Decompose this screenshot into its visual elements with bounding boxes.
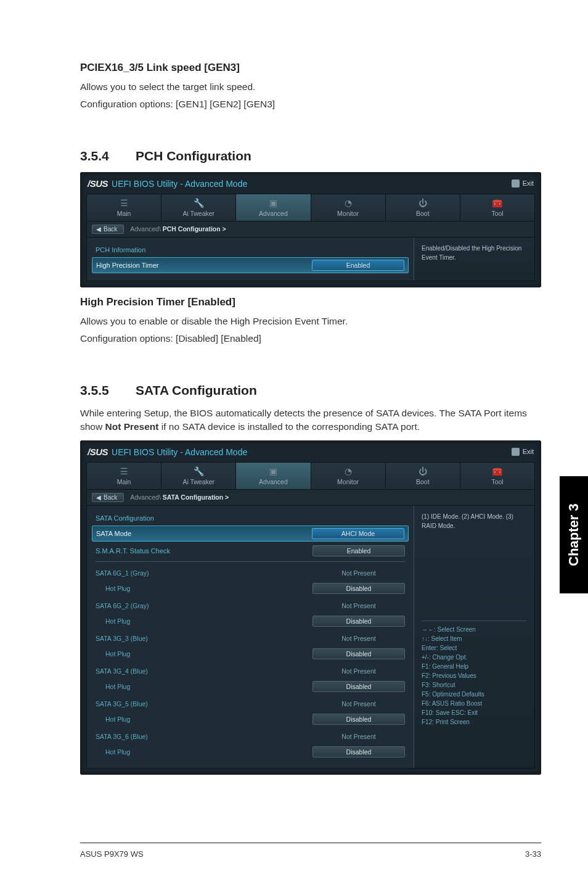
- sata-port-row[interactable]: SATA 6G_2 (Gray)Not PresentHot PlugDisab…: [96, 598, 405, 629]
- sata-mode-value[interactable]: AHCI Mode: [312, 528, 404, 539]
- sata-port-row[interactable]: SATA 3G_5 (Blue)Not PresentHot PlugDisab…: [96, 696, 405, 727]
- back-button[interactable]: ◀ Back: [92, 493, 124, 502]
- toolbox-icon: 🧰: [460, 466, 534, 476]
- tab-main[interactable]: ☰Main: [87, 194, 161, 221]
- wrench-icon: 🔧: [161, 198, 235, 208]
- tab-main[interactable]: ☰Main: [87, 463, 161, 489]
- exit-button[interactable]: Exit: [512, 448, 534, 456]
- breadcrumb: ◀ Back Advanced\ SATA Configuration >: [86, 490, 535, 506]
- sata-mode-row[interactable]: SATA Mode AHCI Mode: [92, 526, 409, 542]
- bios-logo: /SUS: [88, 447, 108, 457]
- page-footer: ASUS P9X79 WS 3-33: [80, 843, 541, 859]
- tab-tool[interactable]: 🧰Tool: [460, 194, 534, 221]
- smart-row[interactable]: S.M.A.R.T. Status Check Enabled: [96, 543, 405, 559]
- tab-boot[interactable]: ⏻Boot: [386, 463, 460, 489]
- toolbox-icon: 🧰: [460, 198, 534, 208]
- bios-panel-sata: /SUS UEFI BIOS Utility - Advanced Mode E…: [80, 440, 541, 775]
- tab-monitor[interactable]: ◔Monitor: [311, 463, 386, 489]
- hpt-value[interactable]: Enabled: [312, 260, 404, 271]
- bios-panel-pch: /SUS UEFI BIOS Utility - Advanced Mode E…: [80, 172, 541, 287]
- power-icon: ⏻: [386, 198, 460, 208]
- chip-icon: ▣: [236, 198, 310, 208]
- section-354: 3.5.4PCH Configuration: [80, 149, 541, 163]
- hpt-opts: Configuration options: [Disabled] [Enabl…: [80, 332, 541, 345]
- sata-config-label: SATA Configuration: [96, 514, 154, 522]
- sata-port-row[interactable]: SATA 3G_3 (Blue)Not PresentHot PlugDisab…: [96, 631, 405, 662]
- section-355: 3.5.5SATA Configuration: [80, 383, 541, 398]
- footer-left: ASUS P9X79 WS: [80, 849, 144, 859]
- help-panel: Enabled/Disabled the High Precision Even…: [414, 237, 534, 281]
- tab-ai-tweaker[interactable]: 🔧Ai Tweaker: [161, 194, 236, 221]
- bios-logo: /SUS: [88, 178, 108, 189]
- sata-port-row[interactable]: SATA 3G_6 (Blue)Not PresentHot PlugDisab…: [96, 729, 405, 760]
- back-button[interactable]: ◀ Back: [92, 225, 124, 234]
- tab-advanced[interactable]: ▣Advanced: [236, 463, 311, 489]
- pciex-desc: Allows you to select the target link spe…: [80, 80, 541, 94]
- sata-desc: While entering Setup, the BIOS automatic…: [80, 406, 541, 434]
- exit-button[interactable]: Exit: [512, 179, 534, 188]
- chapter-tab: Chapter 3: [560, 476, 588, 593]
- pch-info-label: PCH Information: [96, 246, 145, 254]
- high-precision-timer-row[interactable]: High Precision Timer Enabled: [92, 257, 409, 273]
- back-arrow-icon: ◀: [96, 494, 101, 501]
- pciex-opts: Configuration options: [GEN1] [GEN2] [GE…: [80, 97, 541, 111]
- power-icon: ⏻: [386, 466, 460, 476]
- tab-monitor[interactable]: ◔Monitor: [311, 194, 386, 221]
- exit-icon: [512, 448, 520, 456]
- gauge-icon: ◔: [311, 198, 385, 208]
- list-icon: ☰: [87, 198, 161, 208]
- footer-right: 3-33: [525, 849, 541, 859]
- key-help: →←: Select Screen ↑↓: Select Item Enter:…: [422, 625, 527, 727]
- bios-mode-title: UEFI BIOS Utility - Advanced Mode: [112, 179, 247, 189]
- sata-port-row[interactable]: SATA 3G_4 (Blue)Not PresentHot PlugDisab…: [96, 664, 405, 695]
- smart-value[interactable]: Enabled: [312, 545, 405, 556]
- hpt-desc: Allows you to enable or disable the High…: [80, 315, 541, 328]
- bios-mode-title: UEFI BIOS Utility - Advanced Mode: [112, 447, 247, 457]
- breadcrumb: ◀ Back Advanced\ PCH Configuration >: [86, 221, 535, 237]
- tab-ai-tweaker[interactable]: 🔧Ai Tweaker: [161, 463, 236, 489]
- bios-tabs: ☰Main 🔧Ai Tweaker ▣Advanced ◔Monitor ⏻Bo…: [86, 194, 535, 221]
- tab-advanced[interactable]: ▣Advanced: [236, 194, 311, 221]
- exit-icon: [512, 179, 520, 188]
- wrench-icon: 🔧: [161, 466, 235, 476]
- tab-tool[interactable]: 🧰Tool: [460, 463, 534, 489]
- sata-port-row[interactable]: SATA 6G_1 (Gray)Not PresentHot PlugDisab…: [96, 566, 405, 596]
- pciex-title: PCIEX16_3/5 Link speed [GEN3]: [80, 62, 541, 74]
- chip-icon: ▣: [236, 466, 310, 476]
- list-icon: ☰: [87, 466, 161, 476]
- tab-boot[interactable]: ⏻Boot: [386, 194, 460, 221]
- divider: [96, 561, 405, 562]
- bios-tabs: ☰Main 🔧Ai Tweaker ▣Advanced ◔Monitor ⏻Bo…: [86, 462, 535, 490]
- hpt-title: High Precision Timer [Enabled]: [80, 296, 541, 308]
- gauge-icon: ◔: [311, 466, 385, 476]
- back-arrow-icon: ◀: [96, 226, 101, 233]
- sata-help: (1) IDE Mode. (2) AHCI Mode. (3) RAID Mo…: [422, 512, 527, 530]
